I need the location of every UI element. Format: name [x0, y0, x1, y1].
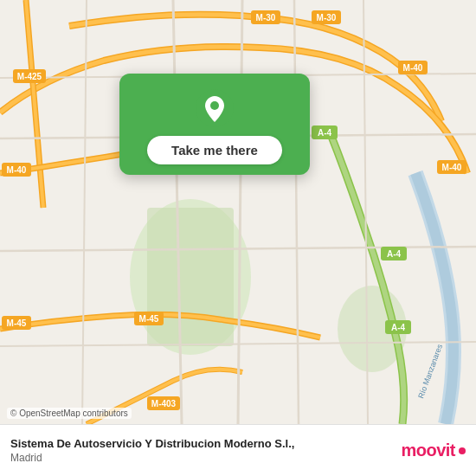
svg-text:M-45: M-45 — [139, 314, 159, 324]
svg-text:A-4: A-4 — [318, 128, 332, 138]
business-name: Sistema De Autoservicio Y Distribucion M… — [10, 437, 401, 452]
svg-point-39 — [210, 101, 219, 110]
svg-text:M-40: M-40 — [403, 63, 423, 73]
moovit-dot-icon — [459, 447, 466, 454]
business-city: Madrid — [10, 452, 401, 464]
svg-text:M-403: M-403 — [151, 399, 177, 408]
svg-text:M-30: M-30 — [317, 13, 337, 23]
moovit-label: moovit — [401, 441, 455, 460]
map-svg: M-30 M-425 M-40 M-40 M-45 M-45 M-403 A-4… — [0, 0, 476, 424]
moovit-logo: moovit — [401, 441, 466, 460]
svg-text:M-40: M-40 — [7, 165, 27, 175]
svg-text:M-425: M-425 — [17, 72, 42, 81]
svg-text:M-30: M-30 — [256, 13, 276, 23]
location-card: Take me there — [119, 74, 310, 175]
take-me-there-button[interactable]: Take me there — [147, 136, 282, 164]
svg-text:A-4: A-4 — [391, 323, 406, 332]
bottom-bar: Sistema De Autoservicio Y Distribucion M… — [0, 424, 476, 476]
osm-attribution: © OpenStreetMap contributors — [7, 408, 132, 419]
map-container: M-30 M-425 M-40 M-40 M-45 M-45 M-403 A-4… — [0, 0, 476, 424]
location-pin-icon — [196, 89, 234, 127]
svg-text:M-45: M-45 — [7, 318, 27, 328]
business-info: Sistema De Autoservicio Y Distribucion M… — [10, 437, 401, 464]
svg-text:A-4: A-4 — [387, 249, 402, 259]
svg-text:M-40: M-40 — [442, 163, 462, 172]
